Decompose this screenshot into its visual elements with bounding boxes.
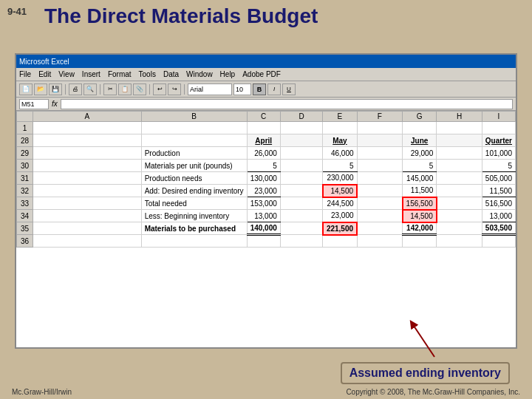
italic-button[interactable]: I (267, 83, 281, 95)
menu-data[interactable]: Data (163, 70, 179, 78)
cell[interactable] (357, 122, 403, 134)
toolbar-undo[interactable]: ↩ (153, 83, 166, 95)
cell[interactable] (33, 172, 141, 185)
toolbar-save[interactable]: 💾 (49, 83, 62, 95)
cell-totalneeded-may[interactable]: 244,500 (323, 197, 357, 210)
cell-matpurchased-label[interactable]: Materials to be purchased (141, 222, 247, 235)
cell[interactable] (357, 134, 403, 147)
cell-prodneeds-june[interactable]: 145,000 (403, 172, 437, 185)
cell-june[interactable]: June (403, 134, 437, 147)
cell[interactable] (357, 222, 403, 235)
cell[interactable] (33, 134, 141, 147)
cell[interactable] (357, 235, 403, 248)
cell-prodneeds-label[interactable]: Production needs (141, 172, 247, 185)
cell-production-label[interactable]: Production (141, 147, 247, 160)
cell[interactable] (280, 222, 323, 235)
toolbar-preview[interactable]: 🔍 (83, 83, 97, 95)
cell-matpurchased-april[interactable]: 140,000 (247, 222, 280, 235)
toolbar-paste[interactable]: 📎 (133, 83, 146, 95)
cell[interactable] (403, 122, 437, 134)
cell-beginninv-label[interactable]: Less: Beginning inventory (141, 210, 247, 222)
cell-materials-quarter[interactable]: 5 (482, 160, 515, 172)
cell[interactable] (323, 235, 357, 248)
cell[interactable] (357, 172, 403, 185)
cell-totalneeded-label[interactable]: Total needed (141, 197, 247, 210)
cell-materials-april[interactable]: 5 (247, 160, 280, 172)
menu-file[interactable]: File (19, 70, 31, 78)
menu-format[interactable]: Format (108, 70, 132, 78)
cell[interactable] (482, 235, 515, 248)
cell-beginninv-june[interactable]: 14,500 (403, 210, 437, 222)
cell[interactable] (33, 197, 141, 210)
cell-matpurchased-june[interactable]: 142,000 (403, 222, 437, 235)
menu-view[interactable]: View (58, 70, 75, 78)
cell-beginninv-quarter[interactable]: 13,000 (482, 210, 515, 222)
excel-menubar[interactable]: File Edit View Insert Format Tools Data … (16, 68, 516, 81)
cell-materials-may[interactable]: 5 (323, 160, 357, 172)
cell[interactable] (403, 235, 437, 248)
cell-desiredinv-label[interactable]: Add: Desired ending inventory (141, 185, 247, 197)
cell-production-may[interactable]: 46,000 (323, 147, 357, 160)
cell-desiredinv-may[interactable]: 14,500 (323, 185, 357, 197)
cell[interactable] (482, 122, 515, 134)
cell[interactable] (280, 172, 323, 185)
cell-desiredinv-quarter[interactable]: 11,500 (482, 185, 515, 197)
cell-desiredinv-april[interactable]: 23,000 (247, 185, 280, 197)
cell[interactable] (247, 235, 280, 248)
cell[interactable] (33, 235, 141, 248)
menu-help[interactable]: Help (220, 70, 236, 78)
cell[interactable] (437, 147, 482, 160)
cell-beginninv-april[interactable]: 13,000 (247, 210, 280, 222)
font-size[interactable] (233, 83, 251, 95)
cell[interactable] (33, 185, 141, 197)
toolbar-print[interactable]: 🖨 (69, 83, 82, 95)
cell[interactable] (280, 160, 323, 172)
cell[interactable] (141, 134, 247, 147)
cell-matpurchased-may[interactable]: 221,500 (323, 222, 357, 235)
cell-materials-label[interactable]: Materials per unit (pounds) (141, 160, 247, 172)
cell[interactable] (437, 134, 482, 147)
cell-prodneeds-april[interactable]: 130,000 (247, 172, 280, 185)
toolbar-copy[interactable]: 📋 (118, 83, 132, 95)
cell[interactable] (437, 122, 482, 134)
cell-desiredinv-june[interactable]: 11,500 (403, 185, 437, 197)
cell-totalneeded-april[interactable]: 153,000 (247, 197, 280, 210)
toolbar-new[interactable]: 📄 (19, 83, 33, 95)
cell[interactable] (33, 122, 141, 134)
underline-button[interactable]: U (282, 83, 296, 95)
cell-matpurchased-quarter[interactable]: 503,500 (482, 222, 515, 235)
cell-quarter[interactable]: Quarter (482, 134, 515, 147)
cell[interactable] (33, 147, 141, 160)
formula-input[interactable] (61, 99, 513, 109)
cell[interactable] (437, 235, 482, 248)
bold-button[interactable]: B (253, 83, 266, 95)
cell[interactable] (280, 235, 323, 248)
toolbar-redo[interactable]: ↪ (168, 83, 181, 95)
cell-april[interactable]: April (247, 134, 280, 147)
cell-production-quarter[interactable]: 101,000 (482, 147, 515, 160)
menu-window[interactable]: Window (186, 70, 213, 78)
cell-beginninv-may[interactable]: 23,000 (323, 210, 357, 222)
cell[interactable] (33, 210, 141, 222)
cell[interactable] (280, 185, 323, 197)
cell-totalneeded-june[interactable]: 156,500 (403, 197, 437, 210)
cell[interactable] (280, 147, 323, 160)
cell[interactable] (141, 235, 247, 248)
cell[interactable] (33, 160, 141, 172)
cell[interactable] (357, 185, 403, 197)
menu-adobepdf[interactable]: Adobe PDF (242, 70, 281, 78)
cell-totalneeded-quarter[interactable]: 516,500 (482, 197, 515, 210)
cell[interactable] (357, 160, 403, 172)
cell-may[interactable]: May (323, 134, 357, 147)
menu-edit[interactable]: Edit (38, 70, 51, 78)
cell[interactable] (247, 122, 280, 134)
cell-prodneeds-may[interactable]: 230,000 (323, 172, 357, 185)
cell[interactable] (437, 197, 482, 210)
cell[interactable] (280, 197, 323, 210)
cell[interactable] (437, 185, 482, 197)
cell-production-june[interactable]: 29,000 (403, 147, 437, 160)
cell[interactable] (357, 147, 403, 160)
menu-insert[interactable]: Insert (82, 70, 100, 78)
cell-materials-june[interactable]: 5 (403, 160, 437, 172)
cell[interactable] (33, 222, 141, 235)
